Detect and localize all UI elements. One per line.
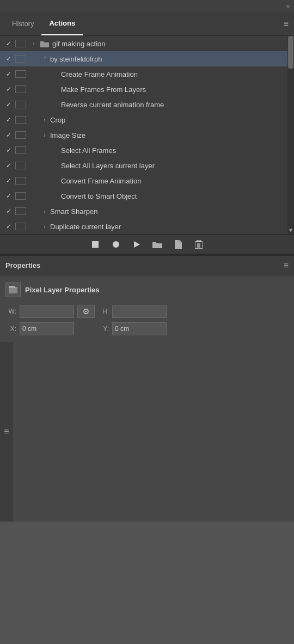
action-row-select-all-frames[interactable]: ✓ Select All Frames (0, 143, 287, 158)
h-input[interactable] (112, 305, 167, 318)
bottom-area: ≡ (0, 342, 294, 522)
make-frames-label: Make Frames From Layers (61, 85, 285, 94)
create-frame-label: Create Frame Animation (61, 70, 285, 78)
check-by-steinfeldofrph: ✓ (2, 55, 15, 63)
folder-icon (39, 39, 50, 48)
duplicate-layer-label: Duplicate current layer (50, 223, 285, 231)
arrow-gif-group[interactable]: › (28, 41, 39, 47)
new-set-button[interactable] (151, 238, 163, 250)
play-button[interactable] (131, 238, 143, 250)
w-input[interactable] (20, 305, 74, 318)
action-row-reverse[interactable]: ✓ Reverse current animation frame (0, 97, 287, 112)
select-all-layers-label: Select All Layers current layer (61, 162, 285, 170)
svg-rect-9 (9, 286, 15, 288)
svg-marker-2 (134, 241, 140, 248)
properties-header: Properties ≡ (0, 256, 294, 275)
box-duplicate-layer[interactable] (15, 223, 26, 230)
actions-scroll-track[interactable]: ▲ ▼ (287, 36, 294, 234)
check-gif-group: ✓ (2, 40, 15, 47)
check-reverse: ✓ (2, 101, 15, 108)
check-crop: ✓ (2, 116, 15, 124)
check-smart-sharpen: ✓ (2, 207, 15, 215)
smart-sharpen-label: Smart Sharpen (50, 207, 285, 216)
panel-menu-icon[interactable]: ≡ (284, 19, 289, 29)
box-gif-group[interactable] (15, 40, 26, 47)
box-convert-smart[interactable] (15, 192, 26, 200)
action-row-smart-sharpen[interactable]: ✓ › Smart Sharpen (0, 204, 287, 219)
svg-rect-4 (197, 240, 200, 242)
arrow-duplicate-layer[interactable]: › (39, 224, 50, 230)
box-create-frame[interactable] (15, 70, 26, 78)
arrow-image-size[interactable]: › (39, 132, 50, 138)
tab-history[interactable]: History (4, 12, 41, 35)
top-bar: » (0, 0, 294, 12)
action-row-convert-smart[interactable]: ✓ Convert to Smart Object (0, 188, 287, 204)
box-make-frames[interactable] (15, 85, 26, 93)
check-select-all-frames: ✓ (2, 146, 15, 154)
y-input[interactable] (112, 322, 167, 335)
new-action-button[interactable] (172, 238, 184, 250)
action-row-duplicate-layer[interactable]: ✓ › Duplicate current layer (0, 219, 287, 234)
crop-label: Crop (50, 116, 285, 124)
pixel-layer-icon (5, 282, 21, 297)
action-row-make-frames[interactable]: ✓ Make Frames From Layers (0, 82, 287, 97)
image-size-label: Image Size (50, 131, 285, 139)
y-label: Y: (98, 325, 109, 333)
left-sidebar-icon[interactable]: ≡ (4, 427, 9, 437)
prop-section-title: Pixel Layer Properties (25, 286, 100, 294)
svg-point-1 (113, 241, 119, 248)
action-row-gif-group[interactable]: ✓ › gif making action (0, 36, 287, 51)
prop-row-xy: X: Y: (5, 322, 289, 335)
check-create-frame: ✓ (2, 70, 15, 78)
x-input[interactable] (20, 322, 74, 335)
prop-row-wh: W: H: (5, 305, 289, 318)
action-row-create-frame[interactable]: ✓ Create Frame Animation (0, 66, 287, 82)
action-row-image-size[interactable]: ✓ › Image Size (0, 127, 287, 143)
action-row-select-all-layers[interactable]: ✓ Select All Layers current layer (0, 158, 287, 173)
box-by-steinfeldofrph[interactable] (15, 55, 26, 63)
tab-bar: History Actions ≡ (0, 12, 294, 36)
action-row-crop[interactable]: ✓ › Crop (0, 112, 287, 127)
svg-rect-0 (92, 241, 99, 248)
check-image-size: ✓ (2, 131, 15, 139)
box-crop[interactable] (15, 116, 26, 124)
tab-actions[interactable]: Actions (41, 12, 83, 35)
by-steinfeldofrph-label: by steinfeldofrph (50, 55, 285, 63)
select-all-frames-label: Select All Frames (61, 146, 285, 155)
check-make-frames: ✓ (2, 85, 15, 93)
action-row-convert-frame[interactable]: ✓ Convert Frame Animation (0, 173, 287, 188)
w-label: W: (5, 308, 16, 315)
properties-menu-icon[interactable]: ≡ (284, 261, 289, 271)
actions-rows: ✓ › gif making action ✓ ˅ by steinfeldof… (0, 36, 287, 234)
box-reverse[interactable] (15, 101, 26, 108)
delete-button[interactable] (193, 238, 205, 250)
check-convert-frame: ✓ (2, 177, 15, 185)
link-button[interactable] (77, 305, 95, 318)
h-label: H: (98, 308, 109, 315)
check-duplicate-layer: ✓ (2, 223, 15, 230)
convert-smart-label: Convert to Smart Object (61, 192, 285, 200)
stop-button[interactable] (89, 238, 101, 250)
prop-section-header: Pixel Layer Properties (5, 282, 289, 297)
scroll-thumb[interactable] (288, 36, 293, 69)
arrow-by-steinfeldofrph[interactable]: ˅ (39, 56, 50, 62)
check-convert-smart: ✓ (2, 192, 15, 200)
x-label: X: (5, 325, 16, 333)
properties-content: Pixel Layer Properties W: H: X: (0, 275, 294, 342)
box-select-all-frames[interactable] (15, 146, 26, 154)
arrow-smart-sharpen[interactable]: › (39, 208, 50, 214)
action-row-by-steinfeldofrph[interactable]: ✓ ˅ by steinfeldofrph (0, 51, 287, 66)
actions-toolbar (0, 234, 294, 255)
record-button[interactable] (110, 238, 122, 250)
actions-panel: ✓ › gif making action ✓ ˅ by steinfeldof… (0, 36, 294, 256)
arrow-crop[interactable]: › (39, 117, 50, 123)
check-select-all-layers: ✓ (2, 162, 15, 169)
box-select-all-layers[interactable] (15, 162, 26, 169)
gif-group-label: gif making action (52, 40, 285, 48)
properties-panel: Properties ≡ Pixel Layer Properties W: (0, 256, 294, 342)
convert-frame-label: Convert Frame Animation (61, 177, 285, 185)
box-smart-sharpen[interactable] (15, 207, 26, 215)
double-arrow-icon[interactable]: » (286, 3, 290, 9)
box-convert-frame[interactable] (15, 177, 26, 185)
box-image-size[interactable] (15, 131, 26, 139)
